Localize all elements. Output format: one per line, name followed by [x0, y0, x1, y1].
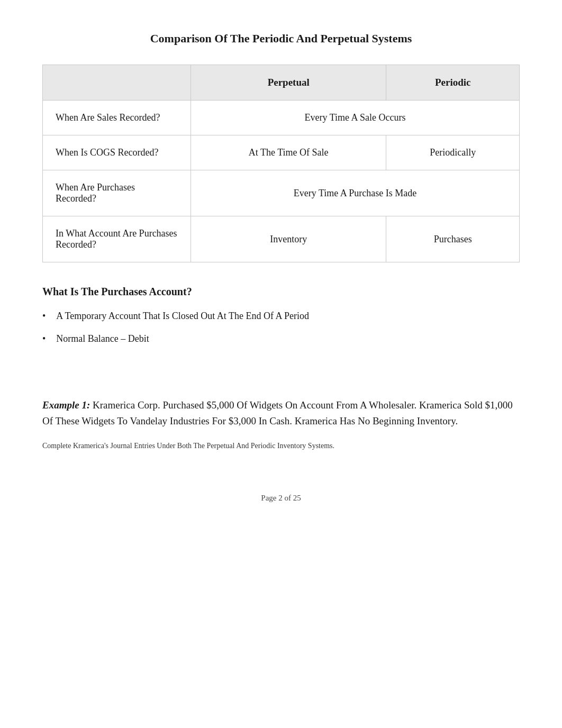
col-header-perpetual: Perpetual — [191, 65, 386, 101]
page-title: Comparison Of The Periodic And Perpetual… — [42, 32, 520, 46]
row-perpetual-4: Inventory — [191, 216, 386, 262]
table-row: When Is COGS Recorded? At The Time Of Sa… — [43, 135, 520, 170]
row-question-2: When Is COGS Recorded? — [43, 135, 191, 170]
row-perpetual-2: At The Time Of Sale — [191, 135, 386, 170]
bullet-text-1: A Temporary Account That Is Closed Out A… — [56, 311, 309, 322]
row-answer-1: Every Time A Sale Occurs — [191, 101, 520, 135]
comparison-table: Perpetual Periodic When Are Sales Record… — [42, 65, 520, 262]
table-row: In What Account Are Purchases Recorded? … — [43, 216, 520, 262]
row-periodic-2: Periodically — [386, 135, 520, 170]
list-item: A Temporary Account That Is Closed Out A… — [42, 311, 520, 322]
example-label: Example 1: — [42, 399, 90, 411]
footer-text: Page 2 of 25 — [261, 494, 301, 502]
row-question-3: When Are Purchases Recorded? — [43, 170, 191, 216]
example-text: Kramerica Corp. Purchased $5,000 Of Widg… — [42, 399, 513, 426]
col-header-blank — [43, 65, 191, 101]
row-question-4: In What Account Are Purchases Recorded? — [43, 216, 191, 262]
col-header-periodic: Periodic — [386, 65, 520, 101]
example-paragraph: Example 1: Kramerica Corp. Purchased $5,… — [42, 397, 520, 430]
table-row: When Are Purchases Recorded? Every Time … — [43, 170, 520, 216]
table-row: When Are Sales Recorded? Every Time A Sa… — [43, 101, 520, 135]
purchases-heading: What Is The Purchases Account? — [42, 286, 520, 298]
spacer — [42, 366, 520, 397]
list-item: Normal Balance – Debit — [42, 333, 520, 344]
page-footer: Page 2 of 25 — [42, 494, 520, 503]
purchases-bullet-list: A Temporary Account That Is Closed Out A… — [42, 311, 520, 344]
row-question-1: When Are Sales Recorded? — [43, 101, 191, 135]
row-answer-3: Every Time A Purchase Is Made — [191, 170, 520, 216]
row-periodic-4: Purchases — [386, 216, 520, 262]
instruction-text: Complete Kramerica's Journal Entries Und… — [42, 440, 520, 451]
bullet-text-2: Normal Balance – Debit — [56, 333, 149, 344]
